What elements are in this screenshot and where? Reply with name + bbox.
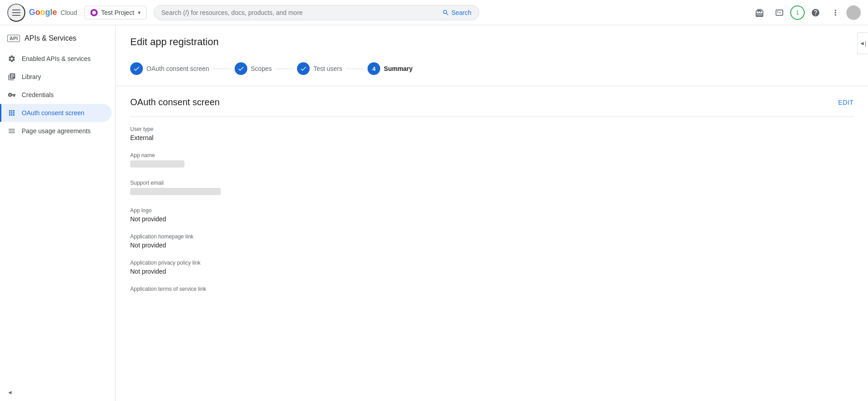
hamburger-icon [12, 9, 20, 17]
help-button[interactable] [807, 4, 825, 22]
step-test-users-label: Test users [313, 65, 342, 72]
search-icon [442, 9, 449, 16]
svg-rect-2 [12, 15, 20, 16]
step-summary-number: 4 [372, 65, 375, 72]
field-support-email-label: Support email [130, 180, 854, 186]
step-divider-3 [346, 69, 364, 69]
page-title: Edit app registration [130, 36, 219, 48]
sidebar: API APIs & Services Enabled APIs & servi… [0, 25, 116, 401]
page-usage-icon [7, 126, 16, 135]
collapse-sidebar-button[interactable]: ◄ [0, 384, 115, 401]
field-user-type-value: External [130, 134, 854, 141]
help-icon [811, 8, 820, 17]
step-summary-label: Summary [384, 65, 413, 72]
sidebar-item-label: Page usage agreements [22, 127, 91, 135]
sidebar-item-page-usage[interactable]: Page usage agreements [0, 122, 112, 140]
collapse-panel-button[interactable]: ◄| [857, 33, 868, 54]
credentials-icon [7, 90, 16, 99]
search-button-label: Search [451, 9, 471, 16]
more-vert-icon [831, 8, 840, 17]
project-dot [90, 9, 98, 16]
sidebar-item-oauth[interactable]: OAuth consent screen [0, 104, 112, 122]
step-oauth-label: OAuth consent screen [146, 65, 209, 72]
page-header: Edit app registration ◄| [116, 25, 868, 55]
sidebar-item-credentials[interactable]: Credentials [0, 86, 112, 104]
field-app-logo: App logo Not provided [130, 207, 854, 223]
sidebar-item-label: Enabled APIs & services [22, 55, 91, 62]
sidebar-title: APIs & Services [24, 34, 76, 42]
gift-button[interactable] [750, 4, 769, 22]
field-privacy-policy-value: Not provided [130, 268, 854, 275]
settings-icon [7, 54, 16, 63]
user-avatar[interactable] [846, 5, 861, 20]
search-bar: Search [154, 5, 479, 20]
terminal-button[interactable] [770, 4, 788, 22]
cloud-text: Cloud [61, 9, 77, 16]
field-app-name-label: App name [130, 152, 854, 159]
sidebar-header: API APIs & Services [0, 29, 115, 50]
search-input[interactable] [161, 9, 443, 16]
sidebar-item-enabled-apis[interactable]: Enabled APIs & services [0, 50, 112, 68]
library-icon [7, 72, 16, 81]
step-scopes: Scopes [235, 62, 272, 75]
field-app-logo-value: Not provided [130, 215, 854, 223]
sidebar-item-library[interactable]: Library [0, 68, 112, 86]
oauth-section: OAuth consent screen EDIT User type Exte… [130, 97, 854, 292]
svg-rect-0 [12, 9, 20, 10]
step-oauth-icon [130, 62, 143, 75]
top-navigation: Google Cloud Test Project ▾ Search [0, 0, 868, 25]
nav-right-actions: 1 [750, 4, 861, 22]
step-summary: 4 Summary [368, 62, 413, 75]
field-user-type: User type External [130, 126, 854, 141]
field-app-logo-label: App logo [130, 207, 854, 214]
google-cloud-logo[interactable]: Google Cloud [29, 8, 77, 17]
step-divider-2 [275, 69, 293, 69]
field-homepage-link: Application homepage link Not provided [130, 233, 854, 249]
field-terms-of-service: Application terms of service link [130, 286, 854, 292]
notification-badge[interactable]: 1 [790, 5, 805, 20]
project-selector[interactable]: Test Project ▾ [85, 6, 146, 19]
field-homepage-label: Application homepage link [130, 233, 854, 240]
field-terms-label: Application terms of service link [130, 286, 854, 292]
step-scopes-label: Scopes [251, 65, 272, 72]
step-test-users-icon [297, 62, 310, 75]
chevron-down-icon: ▾ [138, 9, 141, 16]
field-privacy-policy: Application privacy policy link Not prov… [130, 260, 854, 275]
search-button[interactable]: Search [442, 9, 471, 16]
gift-icon [755, 8, 764, 17]
field-app-name: App name [130, 152, 854, 169]
sidebar-item-label: Library [22, 73, 41, 80]
project-name: Test Project [101, 9, 134, 16]
step-test-users: Test users [297, 62, 342, 75]
collapse-panel-icon: ◄| [859, 40, 866, 47]
sidebar-item-label: OAuth consent screen [22, 109, 85, 117]
section-divider [130, 117, 854, 117]
step-oauth: OAuth consent screen [130, 62, 209, 75]
hamburger-menu-button[interactable] [7, 4, 25, 22]
step-summary-icon: 4 [368, 62, 380, 75]
field-privacy-policy-label: Application privacy policy link [130, 260, 854, 266]
notification-count: 1 [796, 9, 799, 16]
step-divider-1 [213, 69, 231, 69]
field-support-email-value [130, 188, 221, 195]
page-layout: API APIs & Services Enabled APIs & servi… [0, 25, 868, 401]
field-app-name-value [130, 160, 184, 168]
more-options-button[interactable] [826, 4, 844, 22]
sidebar-item-label: Credentials [22, 91, 54, 98]
oauth-edit-button[interactable]: EDIT [838, 99, 854, 106]
svg-rect-1 [12, 12, 20, 13]
content-area: OAuth consent screen EDIT User type Exte… [116, 86, 868, 314]
field-support-email: Support email [130, 180, 854, 196]
step-scopes-icon [235, 62, 247, 75]
field-user-type-label: User type [130, 126, 854, 132]
stepper: OAuth consent screen Scopes Test use [116, 55, 868, 86]
collapse-icon: ◄ [7, 389, 13, 396]
oauth-section-header: OAuth consent screen EDIT [130, 97, 854, 107]
main-content: Edit app registration ◄| OAuth consent s… [116, 25, 868, 401]
oauth-section-title: OAuth consent screen [130, 97, 220, 107]
terminal-icon [775, 8, 784, 17]
api-badge: API [7, 35, 20, 42]
field-homepage-value: Not provided [130, 242, 854, 249]
oauth-icon [7, 108, 16, 117]
